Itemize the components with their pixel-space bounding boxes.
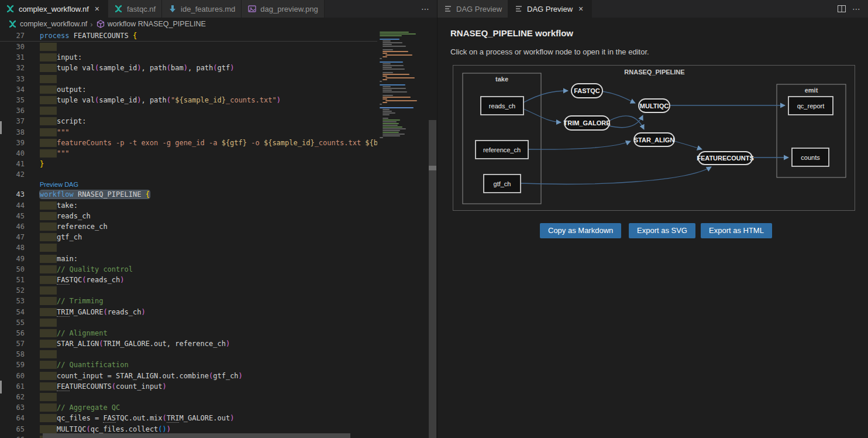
code-line[interactable]: 38 """ xyxy=(0,127,377,138)
dag-process-node-MULTIQC[interactable]: MULTIQC xyxy=(639,99,670,112)
code-token: sample_id xyxy=(99,96,137,104)
vertical-scrollbar[interactable] xyxy=(429,30,436,438)
breadcrumb-item[interactable]: workflow RNASEQ_PIPELINE xyxy=(96,19,206,29)
dag-process-node-FEATURECOUNTS[interactable]: FEATURECOUNTS xyxy=(697,152,754,165)
editor-tab-dag-preview-png[interactable]: dag_preview.png xyxy=(242,0,324,18)
code-line[interactable]: 35 tuple val(sample_id), path("${sample_… xyxy=(0,95,377,105)
editor-tab-fastqc-nf[interactable]: fastqc.nf xyxy=(108,0,162,18)
dag-process-node-STAR_ALIGN[interactable]: STAR_ALIGN xyxy=(634,133,675,146)
split-editor-icon[interactable] xyxy=(837,4,846,13)
dag-process-node-TRIM_GALORE[interactable]: TRIM_GALORE xyxy=(563,116,610,130)
dag-channel-node-gtf_ch[interactable]: gtf_ch xyxy=(484,174,521,193)
line-number: 41 xyxy=(0,159,25,169)
code-token: TRIM_GALORE xyxy=(167,414,213,423)
code-line[interactable]: 58 xyxy=(0,349,377,360)
code-line[interactable]: 63 // Aggregate QC xyxy=(0,402,377,413)
code-line[interactable]: 43workflow RNASEQ_PIPELINE { xyxy=(0,189,377,200)
minimap[interactable] xyxy=(377,32,428,438)
close-icon[interactable]: × xyxy=(92,4,102,13)
line-number: 40 xyxy=(0,148,25,159)
code-line[interactable]: 53 // Trimming xyxy=(0,296,377,306)
code-line[interactable]: 36 xyxy=(0,105,377,116)
export-as-svg-button[interactable]: Export as SVG xyxy=(629,223,695,238)
code-line[interactable]: 55 xyxy=(0,317,377,328)
code-line[interactable]: 47 gtf_ch xyxy=(0,232,377,242)
dag-channel-node-reads_ch[interactable]: reads_ch xyxy=(481,97,523,115)
code-line[interactable]: 54 TRIM_GALORE(reads_ch) xyxy=(0,307,377,317)
code-line[interactable]: 48 xyxy=(0,242,377,253)
code-line[interactable]: 37 script: xyxy=(0,116,377,126)
line-number: 58 xyxy=(0,349,25,360)
code-line[interactable]: 41} xyxy=(0,159,377,169)
horizontal-scrollbar[interactable] xyxy=(0,433,377,438)
line-number: 55 xyxy=(0,317,25,328)
editor-tab-ide-features-md[interactable]: ide_features.md xyxy=(162,0,242,18)
line-number: 59 xyxy=(0,360,25,370)
code-line[interactable]: 52 xyxy=(0,285,377,296)
export-as-html-button[interactable]: Export as HTML xyxy=(701,223,772,238)
code-line[interactable]: 62 xyxy=(0,392,377,402)
preview-dag-codelens[interactable]: Preview DAG xyxy=(25,180,78,189)
code-token: , path xyxy=(141,96,166,104)
breadcrumb[interactable]: complex_workflow.nf›workflow RNASEQ_PIPE… xyxy=(0,18,437,30)
line-number: 33 xyxy=(0,74,25,84)
line-number: 57 xyxy=(0,338,25,349)
line-number: 38 xyxy=(0,127,25,138)
dag-process-node-FASTQC[interactable]: FASTQC xyxy=(571,84,602,98)
code-line[interactable]: 34 output: xyxy=(0,84,377,95)
editor-tab-complex-workflow-nf[interactable]: complex_workflow.nf× xyxy=(0,0,108,18)
line-number: 52 xyxy=(0,285,25,296)
breadcrumb-separator: › xyxy=(90,20,92,29)
dag-channel-node-qc_report[interactable]: qc_report xyxy=(788,97,833,115)
code-token xyxy=(40,382,57,391)
code-line[interactable]: 32 tuple val(sample_id), path(bam), path… xyxy=(0,63,377,73)
code-line[interactable]: 51 FASTQC(reads_ch) xyxy=(0,275,377,285)
panel-tab-dag-preview[interactable]: DAG Preview xyxy=(438,0,508,18)
code-line[interactable]: 64 qc_files = FASTQC.out.mix(TRIM_GALORE… xyxy=(0,413,377,423)
panel-more-actions-icon[interactable]: ⋯ xyxy=(852,4,861,13)
breadcrumb-item[interactable]: complex_workflow.nf xyxy=(8,19,87,29)
editor-group-right: DAG PreviewDAG Preview× ⋯ RNASEQ_PIPELIN… xyxy=(438,0,868,438)
svg-text:gtf_ch: gtf_ch xyxy=(494,180,511,187)
code-token: , path xyxy=(188,64,213,72)
code-line[interactable]: 59 // Quantification xyxy=(0,360,377,370)
panel-tab-dag-preview[interactable]: DAG Preview× xyxy=(508,0,592,18)
code-line[interactable]: 33 xyxy=(0,74,377,84)
panel-title: RNASEQ_PIPELINE workflow xyxy=(450,28,573,38)
code-line[interactable]: 39 featureCounts -p -t exon -g gene_id -… xyxy=(0,138,377,148)
code-token: input: xyxy=(57,53,82,61)
code-line[interactable]: 40 """ xyxy=(0,148,377,159)
code-editor[interactable]: 27process FEATURECOUNTS {30 31 input:32 … xyxy=(0,30,437,438)
line-number: 46 xyxy=(0,221,25,232)
code-line[interactable]: 44 take: xyxy=(0,200,377,211)
code-token xyxy=(40,244,57,252)
code-line[interactable]: 50 // Quality control xyxy=(0,264,377,275)
close-icon[interactable]: × xyxy=(576,4,585,13)
code-token xyxy=(40,265,57,273)
code-line[interactable]: 60 count_input = STAR_ALIGN.out.combine(… xyxy=(0,371,377,381)
code-token: count_input xyxy=(116,382,162,391)
preview-icon xyxy=(443,4,453,13)
line-number: 30 xyxy=(0,42,25,52)
code-line[interactable]: 46 reference_ch xyxy=(0,221,377,232)
code-token: ( xyxy=(213,64,217,72)
code-line[interactable]: 56 // Alignment xyxy=(0,328,377,338)
code-line[interactable]: 30 xyxy=(0,42,377,52)
copy-as-markdown-button[interactable]: Copy as Markdown xyxy=(540,223,621,238)
code-line[interactable]: 31 input: xyxy=(0,52,377,63)
dag-channel-node-counts[interactable]: counts xyxy=(792,148,829,166)
code-line[interactable]: 42 xyxy=(0,169,377,180)
code-token: reads_ch xyxy=(87,276,120,284)
code-line[interactable]: 57 STAR_ALIGN(TRIM_GALORE.out, reference… xyxy=(0,338,377,349)
line-number: 34 xyxy=(0,84,25,95)
dag-channel-node-reference_ch[interactable]: reference_ch xyxy=(476,141,528,159)
sticky-scroll-line[interactable]: 27process FEATURECOUNTS { xyxy=(0,30,377,42)
code-line[interactable]: 61 FEATURECOUNTS(count_input) xyxy=(0,381,377,392)
code-token xyxy=(70,32,74,40)
tab-overflow-more-icon[interactable]: ⋯ xyxy=(421,4,430,13)
code-line[interactable]: 45 reads_ch xyxy=(0,211,377,221)
code-line[interactable]: 49 main: xyxy=(0,254,377,264)
symbol-cube-icon xyxy=(96,19,105,29)
code-token xyxy=(40,53,57,61)
svg-text:qc_report: qc_report xyxy=(797,102,824,110)
